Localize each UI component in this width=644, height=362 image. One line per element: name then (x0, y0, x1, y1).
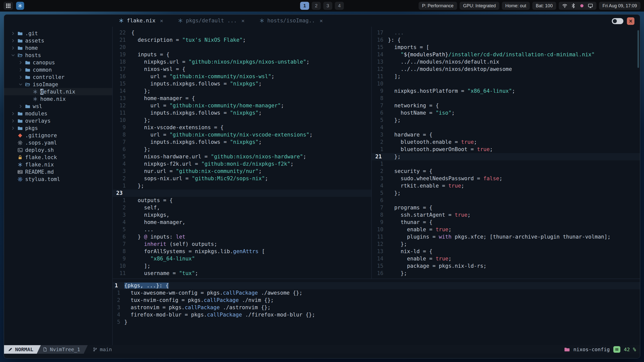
line-number: 1 (113, 282, 124, 289)
tree-item-readme-md[interactable]: README.md (4, 168, 112, 175)
code-text: } @ inputs: let (131, 233, 185, 241)
tree-item-isoimage[interactable]: isoImage (4, 81, 112, 88)
lock-icon (18, 155, 23, 160)
tree-item-default-nix[interactable]: default.nix (4, 88, 112, 95)
line-number: 17 (113, 66, 131, 73)
topbar-left (4, 2, 24, 10)
code-text: inherit (self) outputs; (131, 241, 217, 248)
file-icon (43, 347, 47, 352)
code-text: inputs = { (131, 51, 170, 58)
chevron-down-icon (19, 82, 23, 86)
code-text: }; (131, 146, 150, 153)
tree-cursor: d (40, 89, 44, 95)
tree-item-canopus[interactable]: canopus (4, 59, 112, 66)
tree-item-overlays[interactable]: overlays (4, 117, 112, 124)
editor-pane-flake[interactable]: 22{21 description = "tux's NixOS Flake";… (113, 27, 372, 279)
line-number: 2 (113, 204, 131, 211)
line-number: 11 (113, 109, 131, 117)
code-text: }; (388, 153, 401, 160)
scrollbar-thumb[interactable] (637, 30, 639, 68)
code-line: 8 ssh.startAgent = true; (372, 211, 640, 219)
tree-item-label: README.md (25, 169, 54, 175)
editor-pane-pkgs[interactable]: 1{pkgs, ...}: {1 tux-awesome-wm-config =… (113, 279, 640, 345)
statusline: NORMAL NvimTree_1 main nixos-config 42 % (4, 345, 640, 354)
tree-item-label: hosts (25, 52, 41, 58)
pencil-icon (8, 347, 13, 352)
tree-item-label: .sops.yaml (25, 140, 57, 146)
wm-logo-button[interactable] (16, 2, 24, 10)
topbar-right: P: PerformanceGPU: IntegratedHome: outBa… (419, 2, 640, 10)
tab-flake-nix[interactable]: flake.nix× (114, 15, 168, 27)
bluetooth-icon[interactable] (571, 3, 576, 8)
line-number: 2 (113, 175, 131, 182)
tree-item-stylua-toml[interactable]: stylua.toml (4, 175, 112, 183)
buffer-label: NvimTree_1 (50, 346, 80, 352)
tree-item-assets[interactable]: assets (4, 37, 112, 44)
chevron-down-icon (11, 53, 15, 57)
topbar-status: P: PerformanceGPU: IntegratedHome: outBa… (419, 2, 556, 10)
tree-item-home-nix[interactable]: home.nix (4, 95, 112, 103)
folder-icon (18, 111, 23, 116)
code-text: ]; (388, 73, 401, 80)
tab-close-icon[interactable]: × (160, 18, 163, 24)
tree-item-sops-yaml[interactable]: .sops.yaml (4, 139, 112, 146)
code-text: sops-nix.url = "github:Mic92/sops-nix"; (131, 175, 268, 182)
workspace-4[interactable]: 4 (335, 2, 344, 10)
line-number: 7 (113, 241, 131, 248)
editor-pane-iso[interactable]: 17 ...16}: {15 imports = [14 "${modulesP… (372, 27, 640, 279)
display-icon[interactable] (588, 3, 593, 8)
code-line: 16 url = "github:nix-community/nixos-wsl… (113, 73, 371, 80)
tree-item-flake-lock[interactable]: flake.lock (4, 154, 112, 161)
gear-icon (18, 177, 23, 182)
tree-item-git[interactable]: .git (4, 30, 112, 37)
tree-item-gitignore[interactable]: .gitignore (4, 132, 112, 139)
folder-open-icon (18, 53, 23, 58)
tree-item-deploy-sh[interactable]: deploy.sh (4, 146, 112, 154)
code-text: }; (388, 117, 401, 124)
folder-icon (18, 118, 23, 123)
window-controls: × (612, 17, 634, 25)
code-text: imports = [ (388, 44, 429, 51)
workspace-3[interactable]: 3 (323, 2, 332, 10)
code-text: package = pkgs.nix-ld-rs; (388, 262, 487, 270)
code-text: enable = true; (388, 226, 452, 233)
code-text: ... (388, 29, 404, 36)
status-bat[interactable]: Bat: 100 (532, 2, 556, 10)
tab-hosts-isoimag[interactable]: hosts/isoImag..× (254, 15, 328, 27)
tree-item-flake-nix[interactable]: flake.nix (4, 161, 112, 168)
statusline-left: NORMAL NvimTree_1 main (4, 345, 112, 354)
status-p[interactable]: P: Performance (419, 2, 457, 10)
window-close-button[interactable]: × (627, 17, 634, 25)
titlebar-toggle[interactable] (612, 18, 623, 24)
tree-item-label: canopus (33, 60, 55, 66)
record-icon[interactable] (579, 3, 584, 8)
code-line: 5} (113, 319, 640, 326)
code-line: 18 nixpkgs.url = "github:nixos/nixpkgs/n… (113, 58, 371, 66)
code-line: 2 bluetooth.enable = true; (372, 139, 640, 146)
code-text: programs = { (388, 204, 432, 211)
line-number: 9 (113, 255, 131, 262)
clock[interactable]: Fri Aug 09, 17:09 (599, 2, 640, 10)
wifi-icon[interactable] (562, 3, 567, 8)
tab-close-icon[interactable]: × (241, 18, 245, 24)
status-gpu[interactable]: GPU: Integrated (460, 2, 499, 10)
tree-item-controller[interactable]: controller (4, 73, 112, 81)
tree-item-wsl[interactable]: wsl (4, 103, 112, 110)
tab-close-icon[interactable]: × (319, 18, 323, 24)
tree-item-label: .gitignore (25, 132, 57, 139)
tree-item-modules[interactable]: modules (4, 110, 112, 117)
tree-item-home[interactable]: home (4, 44, 112, 52)
line-number: 17 (372, 29, 388, 36)
workspace-1[interactable]: 1 (300, 2, 309, 10)
line-number: 8 (372, 95, 388, 102)
workspace-2[interactable]: 2 (312, 2, 321, 10)
code-line: 11 username = "tux"; (113, 270, 371, 277)
tree-item-hosts[interactable]: hosts (4, 52, 112, 59)
tab-pkgs-default[interactable]: pkgs/default ...× (173, 15, 250, 27)
app-launcher-button[interactable] (4, 2, 13, 10)
code-line: 9 nixpkgs.hostPlatform = "x86_64-linux"; (372, 87, 640, 95)
status-home[interactable]: Home: out (502, 2, 530, 10)
tree-item-common[interactable]: common (4, 66, 112, 73)
code-text: } (124, 319, 128, 326)
tree-item-pkgs[interactable]: pkgs (4, 124, 112, 132)
